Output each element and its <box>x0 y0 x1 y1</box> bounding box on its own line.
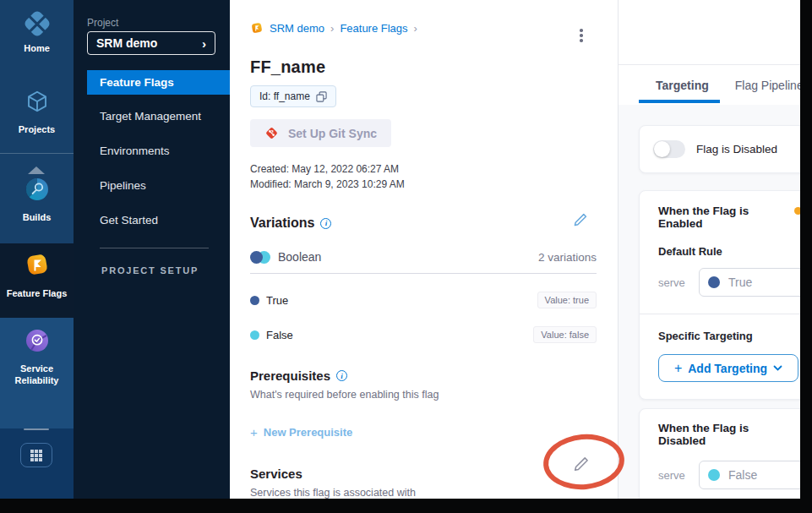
serve-label: serve <box>658 469 699 482</box>
default-serve-select[interactable]: True <box>699 268 811 297</box>
sidebar-item-pipelines[interactable]: Pipelines <box>74 179 230 192</box>
info-icon[interactable]: i <box>320 218 331 229</box>
services-description: Services this flag is associated with <box>250 487 597 499</box>
targeting-panel: Targeting Flag Pipeline Flag is Disabled… <box>618 0 812 499</box>
edit-services-icon[interactable] <box>573 456 590 472</box>
screen-edge <box>800 0 812 513</box>
default-rule-label: Default Rule <box>640 245 811 258</box>
sidebar-divider <box>100 248 209 248</box>
edit-variations-icon[interactable] <box>573 212 588 227</box>
specific-targeting-label: Specific Targeting <box>640 330 811 342</box>
prerequisites-description: What's required before enabling this fla… <box>250 389 597 401</box>
false-variation-dot <box>250 330 259 340</box>
variation-type-row: Boolean 2 variations <box>250 250 597 274</box>
flag-detail-panel: SRM demo › Feature Flags › FF_name Id: f… <box>230 0 618 499</box>
project-sidebar: Project SRM demo › Feature Flags Target … <box>74 0 230 499</box>
add-targeting-label: Add Targeting <box>688 362 767 375</box>
breadcrumb-separator: › <box>414 22 417 35</box>
card-divider <box>640 314 811 314</box>
chevron-down-icon <box>773 365 782 371</box>
module-label: Home <box>24 42 50 54</box>
flag-state-card: Flag is Disabled <box>639 125 812 173</box>
new-prerequisite-label: New Prerequisite <box>264 426 353 439</box>
kebab-menu-button[interactable] <box>577 26 586 45</box>
page-title: FF_name <box>250 57 597 77</box>
enabled-card-heading: When the Flag is Enabled <box>658 205 749 230</box>
collapse-up-icon[interactable] <box>28 166 45 174</box>
breadcrumb-project-link[interactable]: SRM demo <box>270 22 324 35</box>
harness-app-window: Home Projects Builds Feature Flags <box>0 0 812 513</box>
flag-enabled-toggle[interactable] <box>653 140 685 158</box>
feature-flags-mini-icon <box>250 21 264 35</box>
sidebar-item-projects[interactable]: Projects <box>0 89 74 135</box>
service-reliability-icon <box>25 328 50 357</box>
flag-id-label: Id: ff_name <box>259 90 310 102</box>
module-label: Builds <box>23 211 52 223</box>
variation-value-badge: Value: true <box>537 292 597 308</box>
true-variation-dot <box>708 276 720 288</box>
git-icon <box>264 126 279 140</box>
module-grid-button[interactable] <box>20 443 52 467</box>
module-label: Feature Flags <box>7 287 68 299</box>
screen-edge <box>0 499 812 513</box>
sidebar-item-get-started[interactable]: Get Started <box>74 214 230 226</box>
false-variation-dot <box>708 469 720 481</box>
info-icon[interactable]: i <box>336 370 347 381</box>
feature-flags-icon <box>24 251 51 281</box>
tab-bar: Targeting Flag Pipeline <box>619 65 812 105</box>
module-section-feature-flags: Feature Flags <box>0 243 74 318</box>
builds-icon <box>25 177 50 205</box>
serve-value: True <box>728 276 752 289</box>
sidebar-item-target-management[interactable]: Target Management <box>74 110 230 123</box>
created-timestamp: Created: May 12, 2022 06:27 AM <box>250 161 597 177</box>
serve-value: False <box>728 468 757 482</box>
project-setup-section[interactable]: PROJECT SETUP <box>101 265 211 276</box>
disabled-serve-select[interactable]: False <box>699 461 811 489</box>
variation-row-false: False Value: false <box>250 326 597 343</box>
tab-flag-pipeline[interactable]: Flag Pipeline <box>735 79 804 92</box>
copy-icon[interactable] <box>316 91 327 102</box>
enabled-rules-card: When the Flag is Enabled Default Rule se… <box>639 190 812 400</box>
sidebar-item-feature-flags[interactable]: Feature Flags <box>0 243 74 299</box>
panel-header-spacer <box>619 0 812 65</box>
plus-icon: + <box>250 425 258 439</box>
project-label: Project <box>87 17 118 29</box>
sidebar-bottom-section <box>0 428 74 499</box>
plus-icon: + <box>674 361 682 376</box>
project-selector[interactable]: SRM demo › <box>87 31 215 55</box>
sidebar-item-builds[interactable]: Builds <box>0 177 74 223</box>
variation-name: False <box>266 329 533 341</box>
sidebar-item-service-reliability[interactable]: Service Reliability <box>0 318 74 386</box>
serve-label: serve <box>658 276 699 289</box>
true-variation-dot <box>250 296 259 305</box>
disabled-rules-card: When the Flag is Disabled serve False <box>639 408 812 504</box>
projects-cube-icon <box>25 89 50 117</box>
module-label: Service Reliability <box>8 363 67 386</box>
variation-row-true: True Value: true <box>250 292 597 308</box>
modified-timestamp: Modified: March 9, 2023 10:29 AM <box>250 177 597 192</box>
variation-name: True <box>266 294 537 307</box>
sidebar-item-feature-flags-nav[interactable]: Feature Flags <box>87 70 230 95</box>
breadcrumb-section-link[interactable]: Feature Flags <box>340 22 407 35</box>
sidebar-item-environments[interactable]: Environments <box>74 145 230 157</box>
sidebar-divider <box>0 153 74 154</box>
module-section-service-reliability: Service Reliability <box>0 318 74 428</box>
grid-icon <box>30 450 42 461</box>
sidebar-item-home[interactable]: Home <box>0 11 74 54</box>
module-label: Projects <box>19 123 55 135</box>
disabled-card-heading: When the Flag is Disabled <box>658 422 749 447</box>
variation-type-label: Boolean <box>278 250 538 264</box>
add-targeting-button[interactable]: + Add Targeting <box>658 354 798 382</box>
git-sync-label: Set Up Git Sync <box>288 127 377 140</box>
tab-targeting[interactable]: Targeting <box>656 79 709 92</box>
sidebar-short-divider <box>24 428 49 430</box>
variation-count: 2 variations <box>538 251 597 264</box>
variations-heading: Variations <box>250 216 314 231</box>
variation-value-badge: Value: false <box>533 326 597 343</box>
setup-git-sync-button[interactable]: Set Up Git Sync <box>250 119 391 147</box>
new-prerequisite-button[interactable]: + New Prerequisite <box>250 425 352 439</box>
breadcrumb: SRM demo › Feature Flags › <box>250 21 597 35</box>
module-sidebar: Home Projects Builds Feature Flags <box>0 0 74 499</box>
boolean-toggle-icon <box>250 251 270 264</box>
flag-id-badge: Id: ff_name <box>250 85 336 107</box>
